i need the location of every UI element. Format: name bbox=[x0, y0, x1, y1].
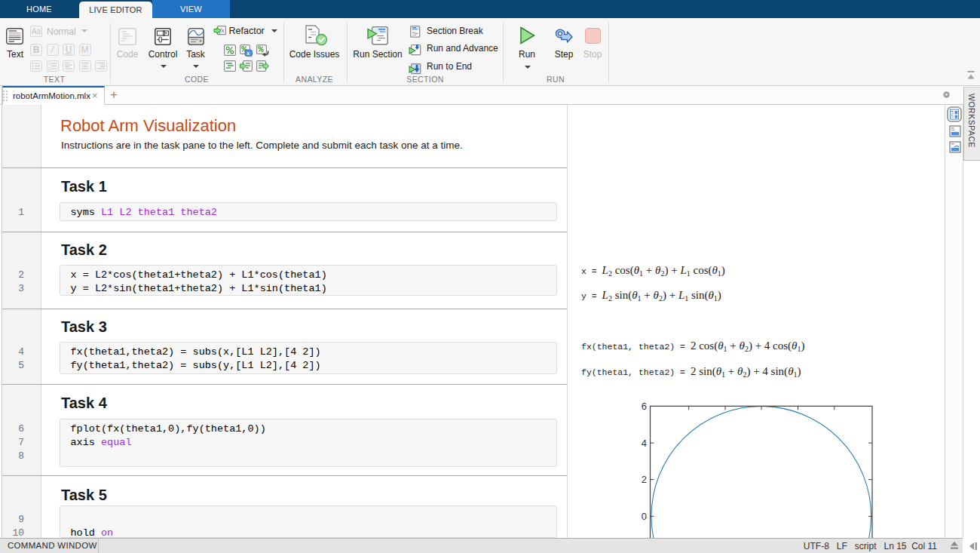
svg-text:6: 6 bbox=[642, 401, 647, 412]
svg-text:4: 4 bbox=[642, 438, 647, 449]
svg-text:2: 2 bbox=[48, 66, 51, 70]
svg-text:x: x bbox=[247, 51, 250, 56]
svg-text:0: 0 bbox=[642, 511, 647, 522]
svg-text:2: 2 bbox=[642, 474, 647, 485]
svg-text:1: 1 bbox=[48, 61, 51, 66]
